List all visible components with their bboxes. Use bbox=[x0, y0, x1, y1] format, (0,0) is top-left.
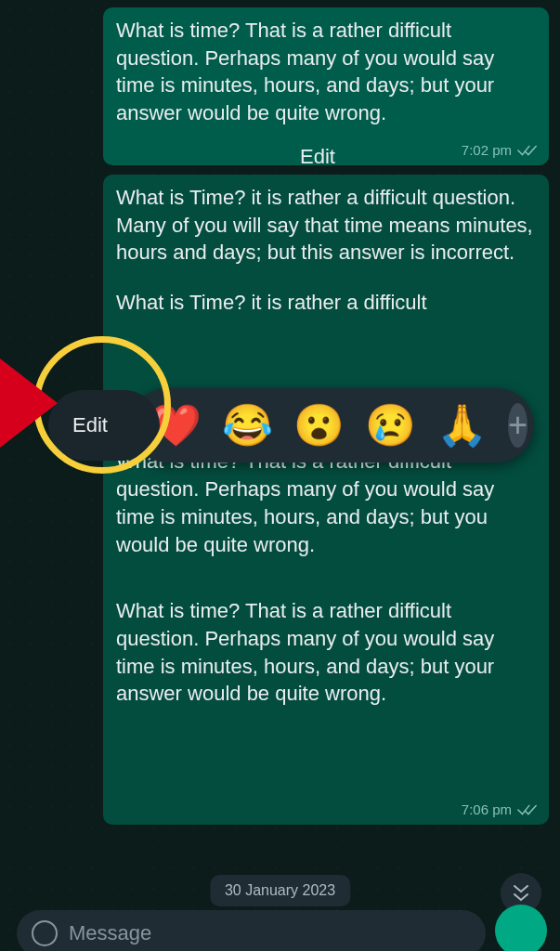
outgoing-message-2[interactable]: What is Time? it is rather a difficult q… bbox=[103, 175, 549, 825]
read-ticks-icon bbox=[517, 144, 538, 157]
message-text: What is time? That is a rather difficult… bbox=[116, 19, 494, 124]
message-input-bar[interactable]: Message bbox=[17, 910, 486, 951]
message-paragraph: What is Time? it is rather a difficult bbox=[116, 289, 536, 317]
message-paragraph: What is Time? it is rather a difficult q… bbox=[116, 184, 536, 267]
reaction-wow[interactable]: 😮 bbox=[293, 405, 345, 446]
read-ticks-icon bbox=[517, 803, 538, 816]
message-time: 7:02 pm bbox=[462, 141, 512, 160]
reaction-more-button[interactable]: + bbox=[508, 403, 527, 448]
message-paragraph: What is time? That is a rather difficult… bbox=[116, 597, 536, 708]
reaction-picker: ❤️ 😂 😮 😢 🙏 + bbox=[130, 388, 534, 462]
reaction-laugh[interactable]: 😂 bbox=[222, 405, 273, 446]
edited-label: Edit bbox=[300, 143, 335, 171]
date-separator: 30 January 2023 bbox=[210, 875, 350, 906]
message-paragraph: What is time? That is a rather difficult… bbox=[116, 448, 536, 558]
outgoing-message-1[interactable]: What is time? That is a rather difficult… bbox=[103, 7, 549, 165]
reaction-pray[interactable]: 🙏 bbox=[436, 405, 488, 446]
chevron-down-double-icon bbox=[512, 883, 530, 904]
edit-button[interactable]: Edit bbox=[48, 390, 160, 461]
chat-column: What is time? That is a rather difficult… bbox=[0, 0, 560, 951]
message-meta: 7:06 pm bbox=[462, 801, 538, 819]
message-time: 7:06 pm bbox=[462, 801, 512, 819]
reaction-sad[interactable]: 😢 bbox=[365, 405, 416, 446]
edit-label: Edit bbox=[72, 413, 108, 437]
message-input-placeholder: Message bbox=[69, 921, 151, 945]
message-meta: 7:02 pm bbox=[462, 141, 538, 160]
voice-record-button[interactable] bbox=[495, 905, 547, 951]
emoji-picker-icon[interactable] bbox=[32, 920, 58, 946]
